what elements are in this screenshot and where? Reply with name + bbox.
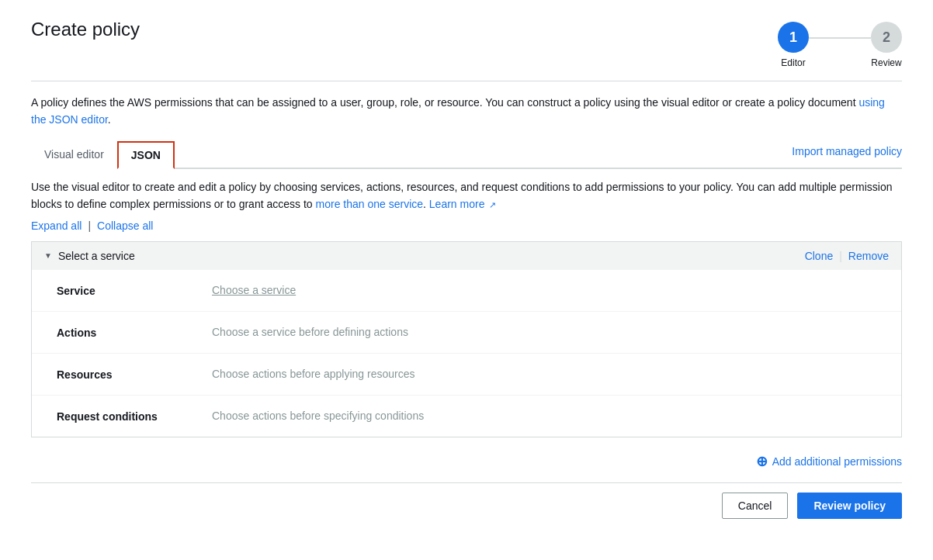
import-managed-policy-link[interactable]: Import managed policy (792, 145, 902, 164)
tabs-bar: Visual editor JSON Import managed policy (31, 141, 902, 169)
more-than-one-service-link[interactable]: more than one service (316, 198, 424, 210)
resources-label: Resources (57, 368, 212, 381)
actions-label: Actions (57, 326, 212, 339)
description-after-link: . (108, 113, 111, 126)
tab-visual-editor[interactable]: Visual editor (31, 141, 117, 169)
cancel-button[interactable]: Cancel (722, 493, 789, 519)
page-title: Create policy (31, 19, 140, 40)
footer-actions: Cancel Review policy (31, 482, 902, 519)
step-2-circle: 2 (871, 22, 902, 53)
info-period: . (423, 198, 429, 210)
request-conditions-row: Request conditions Choose actions before… (32, 396, 901, 437)
header-divider (31, 81, 902, 81)
add-permissions-label: Add additional permissions (772, 455, 902, 468)
expand-collapse-separator: | (88, 220, 91, 232)
resources-row: Resources Choose actions before applying… (32, 354, 901, 396)
tab-json[interactable]: JSON (117, 141, 175, 169)
service-label: Service (57, 284, 212, 297)
stepper: 1 Editor 2 Review (778, 22, 902, 68)
permission-block-body: Service Choose a service Actions Choose … (32, 270, 901, 437)
info-text: Use the visual editor to create and edit… (31, 178, 902, 213)
actions-value: Choose a service before defining actions (212, 326, 408, 338)
add-permissions-row: ⊕ Add additional permissions (31, 444, 902, 476)
actions-row: Actions Choose a service before defining… (32, 312, 901, 354)
resources-value: Choose actions before applying resources (212, 368, 415, 380)
step-2-label: Review (871, 57, 901, 68)
expand-collapse-bar: Expand all | Collapse all (31, 220, 902, 232)
choose-service-link[interactable]: Choose a service (212, 284, 296, 296)
permission-block-title: ▼ Select a service (44, 250, 135, 262)
step-1-label: Editor (781, 57, 805, 68)
tabs-left: Visual editor JSON (31, 141, 175, 168)
remove-link[interactable]: Remove (848, 250, 889, 262)
clone-link[interactable]: Clone (805, 250, 834, 262)
description-text: A policy defines the AWS permissions tha… (31, 94, 902, 129)
learn-more-link[interactable]: Learn more ↗ (429, 198, 496, 210)
description-before-link: A policy defines the AWS permissions tha… (31, 96, 858, 109)
request-conditions-value: Choose actions before specifying conditi… (212, 410, 424, 422)
block-actions: Clone | Remove (805, 250, 889, 262)
request-conditions-label: Request conditions (57, 410, 212, 423)
step-2: 2 Review (871, 22, 902, 68)
step-1-circle: 1 (778, 22, 809, 53)
chevron-down-icon[interactable]: ▼ (44, 251, 52, 260)
expand-all-link[interactable]: Expand all (31, 220, 82, 232)
permission-block-header: ▼ Select a service Clone | Remove (32, 242, 901, 270)
permission-block-title-text: Select a service (58, 250, 135, 262)
add-additional-permissions-link[interactable]: ⊕ Add additional permissions (756, 453, 902, 470)
external-link-icon: ↗ (489, 199, 496, 213)
permission-block: ▼ Select a service Clone | Remove Servic… (31, 241, 902, 437)
add-icon: ⊕ (756, 453, 768, 470)
collapse-all-link[interactable]: Collapse all (97, 220, 153, 232)
step-connector (809, 37, 871, 39)
step-1: 1 Editor (778, 22, 809, 68)
actions-separator: | (839, 250, 842, 262)
service-row: Service Choose a service (32, 270, 901, 312)
review-policy-button[interactable]: Review policy (797, 493, 902, 519)
